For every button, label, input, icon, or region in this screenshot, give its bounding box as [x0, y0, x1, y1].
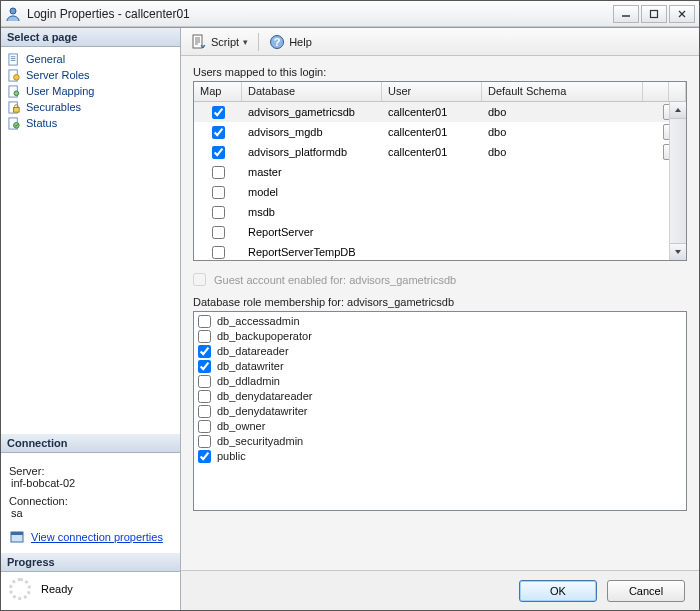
- cell-schema: dbo: [482, 126, 660, 138]
- role-item[interactable]: db_securityadmin: [198, 434, 682, 449]
- mapping-row[interactable]: ReportServerTempDB: [194, 242, 686, 261]
- page-nav: General Server Roles User Mapping Secura…: [1, 47, 180, 135]
- page-icon: [7, 100, 21, 114]
- svg-rect-11: [13, 107, 19, 112]
- window-buttons: [613, 5, 695, 23]
- role-item[interactable]: db_ddladmin: [198, 374, 682, 389]
- col-header-ellipsis: [643, 82, 669, 101]
- col-header-user[interactable]: User: [382, 82, 482, 101]
- scroll-up-icon[interactable]: [670, 102, 686, 119]
- nav-label: Status: [26, 117, 57, 129]
- role-item[interactable]: db_datawriter: [198, 359, 682, 374]
- guest-label: Guest account enabled for: advisors_game…: [214, 274, 456, 286]
- nav-general[interactable]: General: [5, 51, 176, 67]
- properties-icon: [9, 529, 25, 545]
- col-header-database[interactable]: Database: [242, 82, 382, 101]
- mapping-scrollbar[interactable]: [669, 102, 686, 260]
- role-checkbox[interactable]: [198, 435, 211, 448]
- svg-point-7: [13, 74, 19, 80]
- role-checkbox[interactable]: [198, 390, 211, 403]
- cell-user: callcenter01: [382, 106, 482, 118]
- connection-user-value: sa: [9, 507, 172, 519]
- scroll-down-icon[interactable]: [670, 243, 686, 260]
- cell-database: msdb: [242, 206, 382, 218]
- mapping-row[interactable]: model: [194, 182, 686, 202]
- view-connection-props-link[interactable]: View connection properties: [31, 531, 163, 543]
- role-item[interactable]: db_denydatawriter: [198, 404, 682, 419]
- role-checkbox[interactable]: [198, 345, 211, 358]
- role-item[interactable]: db_accessadmin: [198, 314, 682, 329]
- nav-status[interactable]: Status: [5, 115, 176, 131]
- role-label: public: [217, 449, 246, 464]
- role-label: db_denydatawriter: [217, 404, 308, 419]
- page-icon: [7, 68, 21, 82]
- guest-account-row: Guest account enabled for: advisors_game…: [193, 273, 687, 286]
- map-checkbox[interactable]: [212, 126, 225, 139]
- help-label: Help: [289, 36, 312, 48]
- script-button[interactable]: Script ▾: [187, 32, 252, 52]
- script-icon: [191, 34, 207, 50]
- mapping-title: Users mapped to this login:: [193, 66, 687, 78]
- ok-button[interactable]: OK: [519, 580, 597, 602]
- cell-database: ReportServer: [242, 226, 382, 238]
- mapping-row[interactable]: advisors_gametricsdbcallcenter01dbo…: [194, 102, 686, 122]
- cell-database: advisors_gametricsdb: [242, 106, 382, 118]
- role-checkbox[interactable]: [198, 405, 211, 418]
- nav-server-roles[interactable]: Server Roles: [5, 67, 176, 83]
- mapping-row[interactable]: master: [194, 162, 686, 182]
- mapping-row[interactable]: advisors_mgdbcallcenter01dbo…: [194, 122, 686, 142]
- help-button[interactable]: ? Help: [265, 32, 316, 52]
- map-checkbox[interactable]: [212, 186, 225, 199]
- nav-user-mapping[interactable]: User Mapping: [5, 83, 176, 99]
- toolbar: Script ▾ ? Help: [181, 28, 699, 56]
- nav-securables[interactable]: Securables: [5, 99, 176, 115]
- role-checkbox[interactable]: [198, 360, 211, 373]
- roles-title: Database role membership for: advisors_g…: [193, 296, 687, 308]
- role-label: db_accessadmin: [217, 314, 300, 329]
- map-checkbox[interactable]: [212, 246, 225, 259]
- mapping-grid: Map Database User Default Schema advisor…: [193, 81, 687, 261]
- minimize-button[interactable]: [613, 5, 639, 23]
- map-checkbox[interactable]: [212, 226, 225, 239]
- role-item[interactable]: db_backupoperator: [198, 329, 682, 344]
- role-checkbox[interactable]: [198, 315, 211, 328]
- progress-spinner-icon: [9, 578, 31, 600]
- role-checkbox[interactable]: [198, 420, 211, 433]
- svg-rect-15: [11, 532, 23, 535]
- server-value: inf-bobcat-02: [9, 477, 172, 489]
- map-checkbox[interactable]: [212, 206, 225, 219]
- progress-block: Ready: [1, 572, 180, 610]
- maximize-button[interactable]: [641, 5, 667, 23]
- role-item[interactable]: db_datareader: [198, 344, 682, 359]
- role-checkbox[interactable]: [198, 450, 211, 463]
- map-checkbox[interactable]: [212, 106, 225, 119]
- cancel-button[interactable]: Cancel: [607, 580, 685, 602]
- mapping-row[interactable]: ReportServer: [194, 222, 686, 242]
- connection-header: Connection: [1, 434, 180, 453]
- cell-database: model: [242, 186, 382, 198]
- toolbar-separator: [258, 33, 259, 51]
- server-label: Server:: [9, 465, 172, 477]
- col-header-schema[interactable]: Default Schema: [482, 82, 643, 101]
- cell-database: advisors_mgdb: [242, 126, 382, 138]
- map-checkbox[interactable]: [212, 146, 225, 159]
- role-item[interactable]: db_owner: [198, 419, 682, 434]
- sidebar: Select a page General Server Roles User …: [1, 28, 181, 610]
- role-item[interactable]: db_denydatareader: [198, 389, 682, 404]
- chevron-down-icon: ▾: [243, 37, 248, 47]
- help-icon: ?: [269, 34, 285, 50]
- close-button[interactable]: [669, 5, 695, 23]
- role-checkbox[interactable]: [198, 330, 211, 343]
- role-checkbox[interactable]: [198, 375, 211, 388]
- guest-checkbox: [193, 273, 206, 286]
- role-item[interactable]: public: [198, 449, 682, 464]
- col-header-map[interactable]: Map: [194, 82, 242, 101]
- page-icon: [7, 84, 21, 98]
- mapping-row[interactable]: advisors_platformdbcallcenter01dbo…: [194, 142, 686, 162]
- svg-text:?: ?: [274, 36, 281, 48]
- cell-schema: dbo: [482, 106, 660, 118]
- page-icon: [7, 52, 21, 66]
- map-checkbox[interactable]: [212, 166, 225, 179]
- mapping-row[interactable]: msdb: [194, 202, 686, 222]
- col-header-scroll: [669, 82, 686, 101]
